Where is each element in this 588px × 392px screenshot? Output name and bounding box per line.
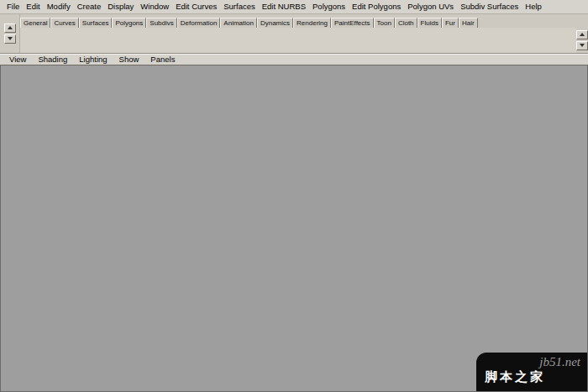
shelf-scroll — [576, 28, 588, 53]
shelf-tab-switcher — [0, 14, 20, 53]
watermark-site: jb51.net — [485, 355, 580, 369]
shelf-tab-surfaces[interactable]: Surfaces — [79, 18, 113, 28]
shelf-tab-polygons[interactable]: Polygons — [112, 18, 146, 28]
shelf-tab-cloth[interactable]: Cloth — [395, 18, 417, 28]
shelf-tab-general[interactable]: General — [20, 18, 50, 28]
menu-item-subdiv-surfaces[interactable]: Subdiv Surfaces — [457, 1, 522, 12]
panel-menu-item-show[interactable]: Show — [113, 55, 145, 64]
shelf-scroll-down-button[interactable] — [576, 41, 588, 50]
up-arrow-icon — [8, 26, 13, 29]
viewport-canvas[interactable] — [1, 65, 587, 391]
menu-item-polygons[interactable]: Polygons — [309, 1, 349, 12]
maya-window: FileEditModifyCreateDisplayWindowEdit Cu… — [0, 0, 588, 392]
menu-item-edit-nurbs[interactable]: Edit NURBS — [259, 1, 309, 12]
scroll-up-icon — [580, 33, 585, 36]
shelf-block: GeneralCurvesSurfacesPolygonsSubdivsDefo… — [0, 14, 588, 54]
menu-item-edit[interactable]: Edit — [23, 1, 43, 12]
shelf-tab-dropdown-button[interactable] — [4, 34, 16, 44]
shelf-tab-fluids[interactable]: Fluids — [417, 18, 442, 28]
panel-menu-item-shading[interactable]: Shading — [32, 55, 73, 64]
shelf — [20, 28, 576, 53]
shelf-scroll-up-button[interactable] — [576, 30, 588, 39]
shelf-tab-dynamics[interactable]: Dynamics — [257, 18, 293, 28]
shelf-tab-toon[interactable]: Toon — [374, 18, 395, 28]
shelf-tab-menu-button[interactable] — [4, 24, 16, 33]
panel-menu-item-panels[interactable]: Panels — [144, 55, 181, 64]
menu-item-modify[interactable]: Modify — [44, 1, 74, 12]
shelf-tab-animation[interactable]: Animation — [220, 18, 257, 28]
menu-item-help[interactable]: Help — [522, 1, 545, 12]
menu-item-create[interactable]: Create — [74, 1, 105, 12]
menu-item-window[interactable]: Window — [137, 1, 172, 12]
down-arrow-icon — [8, 37, 13, 40]
scroll-down-icon — [580, 44, 585, 47]
menu-item-edit-polygons[interactable]: Edit Polygons — [349, 1, 404, 12]
shelf-tab-subdivs[interactable]: Subdivs — [146, 18, 176, 28]
panel-menu-item-lighting[interactable]: Lighting — [73, 55, 113, 64]
panel-menubar: ViewShadingLightingShowPanels — [0, 54, 588, 66]
shelf-tabrow: GeneralCurvesSurfacesPolygonsSubdivsDefo… — [20, 14, 576, 28]
shelf-tab-curves[interactable]: Curves — [50, 18, 78, 28]
shelf-tab-painteffects[interactable]: PaintEffects — [331, 18, 374, 28]
perspective-viewport[interactable]: jb51.net 脚本之家 — [0, 65, 588, 392]
shelf-tab-deformation[interactable]: Deformation — [177, 18, 221, 28]
menu-item-file[interactable]: File — [3, 1, 23, 12]
shelf-tab-rendering[interactable]: Rendering — [293, 18, 331, 28]
shelf-tab-fur[interactable]: Fur — [442, 18, 459, 28]
panel-menu-item-view[interactable]: View — [3, 55, 32, 64]
menu-item-polygon-uvs[interactable]: Polygon UVs — [404, 1, 457, 12]
menu-item-display[interactable]: Display — [104, 1, 137, 12]
watermark: jb51.net 脚本之家 — [476, 353, 587, 391]
watermark-name: 脚本之家 — [485, 369, 580, 384]
menu-item-edit-curves[interactable]: Edit Curves — [172, 1, 220, 12]
shelf-tab-hair[interactable]: Hair — [459, 18, 478, 28]
menu-item-surfaces[interactable]: Surfaces — [220, 1, 259, 12]
main-menubar: FileEditModifyCreateDisplayWindowEdit Cu… — [0, 0, 588, 14]
